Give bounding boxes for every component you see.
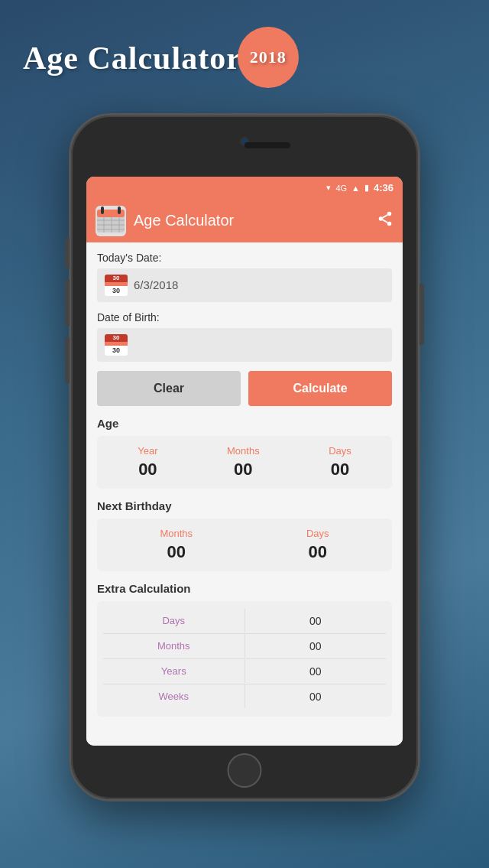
extra-row-value: 00: [245, 609, 387, 633]
svg-line-14: [383, 215, 387, 218]
svg-rect-3: [118, 206, 121, 214]
extra-row-value: 00: [245, 684, 387, 709]
app-bar: Age Calculator: [86, 200, 403, 242]
todays-date-input[interactable]: 30 30 6/3/2018: [97, 268, 392, 302]
age-months-col: Months 00: [227, 445, 260, 480]
phone-screen: ▾ 4G ▲ ▮ 4:36: [86, 177, 403, 746]
side-button-vol-down: [65, 337, 70, 383]
age-days-value: 00: [329, 460, 351, 480]
birthday-months-value: 00: [160, 542, 193, 562]
extra-row: Months00: [103, 634, 386, 659]
extra-row-label: Days: [103, 609, 245, 632]
extra-result-box: Days00Months00Years00Weeks00: [97, 601, 392, 717]
svg-point-12: [387, 222, 392, 226]
clear-button[interactable]: Clear: [97, 371, 241, 406]
cal-bottom-num: 30: [105, 286, 128, 296]
year-badge: 2018: [238, 27, 299, 88]
age-months-value: 00: [227, 460, 260, 480]
age-columns: Year 00 Months 00 Days 00: [103, 445, 386, 480]
status-bar: ▾ 4G ▲ ▮ 4:36: [86, 177, 403, 200]
age-section-title: Age: [97, 417, 392, 430]
signal-icon: ▲: [351, 184, 360, 193]
wifi-icon: ▾: [326, 183, 331, 193]
birthday-months-col: Months 00: [160, 528, 193, 562]
age-year-value: 00: [138, 460, 157, 480]
birthday-section-title: Next Birthday: [97, 499, 392, 512]
svg-point-11: [379, 216, 384, 221]
age-result-box: Year 00 Months 00 Days 00: [97, 436, 392, 489]
cal-top-num: 30: [113, 275, 120, 281]
time-display: 4:36: [374, 182, 393, 193]
dob-cal-bottom: 30: [105, 346, 128, 356]
extra-row: Weeks00: [103, 684, 386, 709]
todays-date-calendar-icon: 30 30: [105, 275, 128, 296]
speaker: [244, 142, 290, 148]
side-button-mute: [65, 238, 70, 268]
todays-date-label: Today's Date:: [97, 252, 392, 264]
dob-calendar-icon: 30 30: [105, 334, 128, 356]
extra-row-label: Weeks: [103, 684, 245, 708]
app-content: Today's Date: 30 30 6/3/2018 Date of Bir…: [86, 242, 403, 746]
birthday-columns: Months 00 Days 00: [103, 528, 386, 562]
birthday-months-label: Months: [160, 528, 193, 539]
app-icon: [96, 206, 126, 236]
birthday-days-value: 00: [306, 542, 329, 562]
dob-cal-top: 30: [113, 334, 120, 341]
age-year-label: Year: [138, 445, 157, 457]
phone-frame: ▾ 4G ▲ ▮ 4:36: [69, 113, 420, 801]
age-months-label: Months: [227, 445, 260, 457]
title-word: Age Calculator: [23, 41, 241, 76]
network-label: 4G: [335, 184, 347, 193]
svg-rect-2: [101, 206, 104, 214]
home-button[interactable]: [228, 753, 262, 788]
age-year-col: Year 00: [138, 445, 157, 480]
extra-row-value: 00: [245, 659, 387, 684]
battery-icon: ▮: [364, 183, 369, 193]
todays-date-value: 6/3/2018: [134, 278, 178, 291]
action-buttons: Clear Calculate: [97, 371, 392, 406]
extra-row: Days00: [103, 609, 386, 634]
birthday-days-label: Days: [306, 528, 329, 539]
dob-label: Date of Birth:: [97, 311, 392, 323]
page-header: Age Calculator2018: [23, 31, 466, 92]
birthday-days-col: Days 00: [306, 528, 329, 562]
extra-row-label: Years: [103, 659, 245, 683]
birthday-result-box: Months 00 Days 00: [97, 519, 392, 571]
extra-row-value: 00: [245, 634, 387, 658]
extra-row-label: Months: [103, 634, 245, 658]
share-button[interactable]: [377, 210, 393, 231]
side-button-vol-up: [65, 280, 70, 326]
extra-row: Years00: [103, 659, 386, 684]
extra-section-title: Extra Calculation: [97, 582, 392, 595]
app-title-text: Age Calculator2018: [23, 41, 299, 76]
dob-input[interactable]: 30 30: [97, 328, 392, 362]
age-days-col: Days 00: [329, 445, 351, 480]
app-bar-title: Age Calculator: [134, 212, 369, 229]
age-days-label: Days: [329, 445, 351, 457]
side-button-power: [419, 284, 424, 345]
calculate-button[interactable]: Calculate: [248, 371, 392, 406]
svg-line-13: [383, 219, 387, 223]
svg-point-10: [387, 212, 392, 216]
